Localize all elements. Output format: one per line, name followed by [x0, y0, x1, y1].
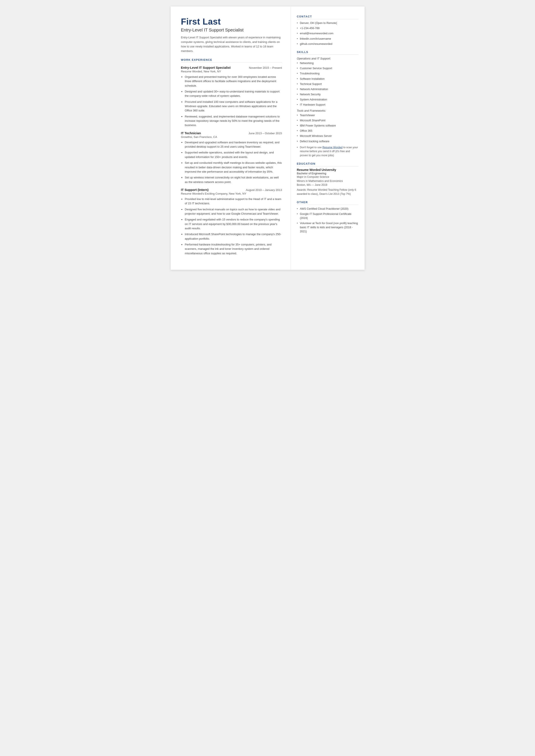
work-experience-title: WORK EXPERIENCE [181, 58, 282, 63]
other-item-1: Google IT Support Professional Certifica… [297, 212, 358, 220]
skill-1-0: TeamViewer [297, 113, 358, 117]
contact-title: CONTACT [297, 15, 358, 19]
bullet-0-1: Designed and updated 30+ easy-to-underst… [181, 90, 282, 98]
skills-section: SKILLS Operations and IT Support: Networ… [297, 51, 358, 157]
job-bullets-1: Developed and upgraded software and hard… [181, 140, 282, 184]
skill-1-1: Microsoft SharePoint [297, 118, 358, 123]
skill-0-7: System Administration [297, 98, 358, 101]
job-dates-1: June 2013 – October 2015 [248, 132, 282, 135]
edu-minors: Minors in Mathematics and Economics [297, 179, 358, 183]
skill-1-5: Defect tracking software [297, 139, 358, 143]
skill-0-4: Technical Support [297, 82, 358, 86]
job-company-2: Resume Worded's Exciting Company, New Yo… [181, 192, 282, 195]
other-title: OTHER [297, 201, 358, 205]
job-dates-2: August 2010 – January 2013 [246, 188, 282, 192]
work-experience-section: WORK EXPERIENCE Entry-Level IT Support S… [181, 58, 282, 256]
bullet-2-1: Designed five technical manuals on topic… [181, 207, 282, 216]
job-title-0: Entry-Level IT Support Specialist [181, 66, 231, 70]
promo-link[interactable]: Resume Worded [322, 146, 342, 149]
right-column: CONTACT Denver, OH (Open to Remote) +1-2… [291, 7, 365, 270]
skills-cat-0: Operations and IT Support: [297, 57, 358, 60]
bullet-2-0: Provided low to mid-level administrative… [181, 197, 282, 206]
other-section: OTHER AWS Certified Cloud Practitioner (… [297, 201, 358, 234]
candidate-subtitle: Entry-Level IT Support Specialist [181, 28, 282, 33]
bullet-0-2: Procured and installed 100 new computers… [181, 100, 282, 113]
promo-text-before: Don't forget to use [300, 146, 323, 149]
other-list: AWS Certified Cloud Practitioner (2020) … [297, 207, 358, 234]
job-block-0: Entry-Level IT Support Specialist Novemb… [181, 66, 282, 127]
bullet-0-0: Organised and presented training for ove… [181, 75, 282, 88]
education-title: EDUCATION [297, 162, 358, 166]
edu-major: Major in Computer Science [297, 175, 358, 179]
left-column: First Last Entry-Level IT Support Specia… [171, 7, 291, 270]
job-header-0: Entry-Level IT Support Specialist Novemb… [181, 66, 282, 70]
other-item-2: Volunteer at Tech for Good (non profit) … [297, 221, 358, 234]
job-title-1: IT Technician [181, 131, 201, 135]
skill-0-1: Customer Service Support [297, 66, 358, 70]
bullet-0-3: Reviewed, suggested, and implemented dat… [181, 114, 282, 127]
name-title-block: First Last Entry-Level IT Support Specia… [181, 17, 282, 53]
other-item-0: AWS Certified Cloud Practitioner (2020) [297, 207, 358, 211]
job-title-2: IT Support (Intern) [181, 188, 209, 192]
job-block-2: IT Support (Intern) August 2010 – Januar… [181, 188, 282, 256]
contact-section: CONTACT Denver, OH (Open to Remote) +1-2… [297, 15, 358, 46]
contact-item-2: email@resumeworded.com [297, 31, 358, 35]
bullet-2-2: Engaged and negotiated with 15 vendors t… [181, 217, 282, 231]
job-header-2: IT Support (Intern) August 2010 – Januar… [181, 188, 282, 192]
contact-item-1: +1-234-456-789 [297, 26, 358, 30]
contact-item-0: Denver, OH (Open to Remote) [297, 21, 358, 25]
edu-school: Resume Worded University [297, 168, 358, 172]
contact-item-4: github.com/resumeworded [297, 42, 358, 46]
bullet-2-4: Performed hardware troubleshooting for 3… [181, 242, 282, 256]
job-dates-0: November 2015 – Present [249, 66, 282, 70]
resume-page: First Last Entry-Level IT Support Specia… [171, 7, 365, 270]
job-company-1: Growthsi, San Francisco, CA [181, 135, 282, 139]
skill-1-3: Office 365 [297, 129, 358, 133]
skill-0-5: Network Administration [297, 87, 358, 91]
job-block-1: IT Technician June 2013 – October 2015 G… [181, 131, 282, 184]
skills-title: SKILLS [297, 51, 358, 55]
skill-0-3: Software Installation [297, 77, 358, 81]
bullet-2-3: Introduced Microsoft SharePoint technolo… [181, 232, 282, 241]
bullet-1-0: Developed and upgraded software and hard… [181, 140, 282, 149]
promo-block: Don't forget to use Resume Worded to sca… [297, 146, 358, 157]
contact-item-3: linkedin.com/in/username [297, 37, 358, 41]
job-header-1: IT Technician June 2013 – October 2015 [181, 131, 282, 135]
skill-1-2: IBM Power Systems software [297, 124, 358, 127]
bullet-1-1: Supported website operations, assisted w… [181, 151, 282, 159]
skills-list-0: Networking Customer Service Support Trou… [297, 61, 358, 107]
edu-location: Boston, MA — June 2019 [297, 183, 358, 187]
job-bullets-2: Provided low to mid-level administrative… [181, 197, 282, 256]
skill-0-8: IT Hardware Support [297, 102, 358, 107]
bullet-1-3: Set up wireless internet connectivity on… [181, 176, 282, 184]
job-company-0: Resume Worded, New York, NY [181, 70, 282, 73]
skill-0-6: Network Security [297, 92, 358, 96]
edu-block: Resume Worded University Bachelor of Eng… [297, 168, 358, 196]
skills-cat-1: Tools and Frameworks: [297, 109, 358, 112]
skills-list-1: TeamViewer Microsoft SharePoint IBM Powe… [297, 113, 358, 143]
contact-list: Denver, OH (Open to Remote) +1-234-456-7… [297, 21, 358, 46]
education-section: EDUCATION Resume Worded University Bache… [297, 162, 358, 196]
edu-awards: Awards: Resume Worded Teaching Fellow (o… [297, 188, 358, 196]
candidate-summary: Entry-Level IT Support Specialist with e… [181, 35, 282, 53]
bullet-1-2: Set up and conducted monthly staff meeti… [181, 161, 282, 174]
candidate-name: First Last [181, 17, 282, 26]
job-bullets-0: Organised and presented training for ove… [181, 75, 282, 127]
skill-1-4: Microsoft Windows Server [297, 134, 358, 138]
skill-0-2: Troubleshooting [297, 71, 358, 75]
edu-degree: Bachelor of Engineering [297, 172, 358, 175]
skill-0-0: Networking [297, 61, 358, 65]
